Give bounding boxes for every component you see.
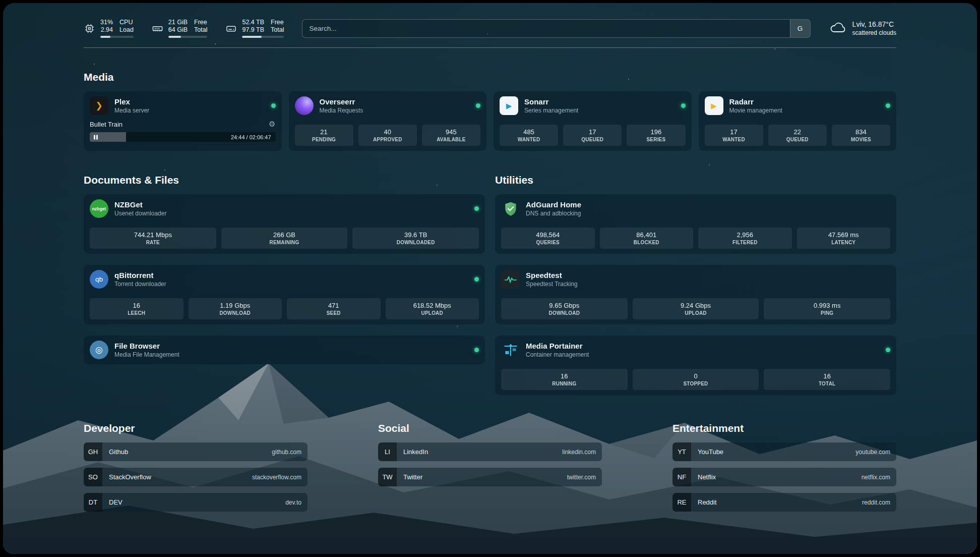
stat-available: 945 AVAILABLE xyxy=(422,125,480,146)
stat-wanted: 17 WANTED xyxy=(705,125,763,146)
stat-upload: 9.24 Gbps UPLOAD xyxy=(633,298,759,319)
stat-queued: 17 QUEUED xyxy=(563,125,622,146)
section-title-utilities: Utilities xyxy=(495,174,896,186)
top-bar: 31% 2.94 CPU Load xyxy=(84,3,896,38)
status-dot xyxy=(886,103,890,108)
disk-total-label: Total xyxy=(271,26,284,34)
cpu-usage-label: CPU xyxy=(119,19,134,26)
section-title-developer: Developer xyxy=(84,422,308,434)
stat-rate: 744.21 Mbps RATE xyxy=(90,228,216,249)
stat-approved: 40 APPROVED xyxy=(358,125,417,146)
search-provider-button[interactable]: G xyxy=(790,20,810,37)
service-card-qbittorrent[interactable]: qb qBittorrent Torrent downloader 16 LEE… xyxy=(84,265,485,324)
memory-total-value: 64 GiB xyxy=(168,26,188,34)
stat-download: 9.65 Gbps DOWNLOAD xyxy=(501,298,628,319)
service-desc: DNS and adblocking xyxy=(526,209,581,217)
bookmark-netflix[interactable]: NF Netflix netflix.com xyxy=(672,468,896,486)
service-name: Media Portainer xyxy=(526,341,589,351)
status-dot xyxy=(476,103,480,108)
memory-progress-track xyxy=(168,36,208,38)
cpu-load-label: Load xyxy=(119,26,134,34)
stat-blocked: 86,401 BLOCKED xyxy=(600,228,694,249)
stat-total: 16 TOTAL xyxy=(764,369,890,390)
status-dot xyxy=(474,206,479,211)
status-dot xyxy=(886,348,890,352)
service-name: Overseerr xyxy=(320,97,363,106)
service-card-adguard[interactable]: AdGuard Home DNS and adblocking 498,564 … xyxy=(495,194,896,254)
stat-stopped: 0 STOPPED xyxy=(633,369,759,390)
memory-free-label: Free xyxy=(194,19,207,26)
cpu-icon xyxy=(84,23,95,34)
netflix-icon: NF xyxy=(672,468,691,486)
memory-icon xyxy=(152,23,163,34)
status-dot xyxy=(271,103,276,108)
status-dot xyxy=(681,103,686,108)
gear-icon[interactable]: ⚙ xyxy=(269,120,275,129)
stat-wanted: 485 WANTED xyxy=(500,125,558,146)
github-icon: GH xyxy=(84,442,102,461)
service-card-portainer[interactable]: Media Portainer Container management 16 … xyxy=(495,336,896,395)
stat-pending: 21 PENDING xyxy=(295,125,353,146)
memory-widget: 21 GiB 64 GiB Free Total xyxy=(152,19,208,38)
media-card-grid: ❯ Plex Media server Bullet Train ⚙ 24:44… xyxy=(84,91,896,151)
bookmark-twitter[interactable]: TW Twitter twitter.com xyxy=(378,468,602,486)
adguard-icon xyxy=(501,199,520,218)
disk-widget: 52.4 TB 97.9 TB Free Total xyxy=(225,19,284,38)
service-card-speedtest[interactable]: Speedtest Speedtest Tracking 9.65 Gbps D… xyxy=(495,265,896,324)
status-dot xyxy=(474,348,479,352)
bookmark-stackoverflow[interactable]: SO StackOverflow stackoverflow.com xyxy=(84,468,308,486)
service-desc: Series management xyxy=(524,106,578,115)
stat-ping: 0.993 ms PING xyxy=(764,298,890,319)
search-input[interactable] xyxy=(302,20,789,37)
portainer-icon xyxy=(501,341,520,359)
stat-upload: 618.52 Mbps UPLOAD xyxy=(386,298,479,319)
service-name: AdGuard Home xyxy=(526,200,581,209)
service-desc: Usenet downloader xyxy=(114,209,166,217)
bookmark-youtube[interactable]: YT YouTube youtube.com xyxy=(672,442,896,461)
documents-column: Documents & Files nzbget NZBGet Usenet d… xyxy=(84,151,485,364)
disk-icon xyxy=(225,23,237,34)
weather-condition: scattered clouds xyxy=(852,29,896,37)
bookmark-reddit[interactable]: RE Reddit reddit.com xyxy=(672,493,896,512)
dev-icon: DT xyxy=(84,493,102,512)
cpu-progress-fill xyxy=(100,36,110,38)
utilities-column: Utilities xyxy=(495,151,896,395)
stat-filtered: 2,956 FILTERED xyxy=(698,228,792,249)
playback-time: 24:44 / 02:06:47 xyxy=(231,134,271,140)
now-playing-title: Bullet Train xyxy=(90,121,122,128)
disk-free-value: 52.4 TB xyxy=(242,19,264,26)
cloud-icon xyxy=(829,20,847,37)
filebrowser-icon: ◎ xyxy=(90,341,108,359)
service-card-radarr[interactable]: ▶ Radarr Movie management 17 WANTED 22 Q… xyxy=(699,91,897,151)
cpu-progress-track xyxy=(100,36,134,38)
disk-progress-fill xyxy=(242,36,261,38)
disk-free-label: Free xyxy=(271,19,284,26)
linkedin-icon: LI xyxy=(378,442,397,461)
bookmark-linkedin[interactable]: LI LinkedIn linkedin.com xyxy=(378,442,602,461)
youtube-icon: YT xyxy=(672,442,691,461)
stat-downloaded: 39.6 TB DOWNLOADED xyxy=(352,228,479,249)
playback-progress-bar[interactable]: 24:44 / 02:06:47 xyxy=(90,132,276,142)
service-card-overseerr[interactable]: Overseerr Media Requests 21 PENDING 40 A… xyxy=(289,91,487,151)
stat-download: 1.19 Gbps DOWNLOAD xyxy=(189,298,282,319)
bookmark-github[interactable]: GH Github github.com xyxy=(84,442,308,461)
service-card-sonarr[interactable]: ▶ Sonarr Series management 485 WANTED 17… xyxy=(494,91,692,151)
service-name: File Browser xyxy=(114,341,179,351)
service-name: qBittorrent xyxy=(114,270,166,280)
stat-remaining: 266 GB REMAINING xyxy=(221,228,348,249)
stat-latency: 47.569 ms LATENCY xyxy=(797,228,891,249)
bookmark-group-entertainment: Entertainment YT YouTube youtube.com NF … xyxy=(672,422,896,518)
service-card-plex[interactable]: ❯ Plex Media server Bullet Train ⚙ 24:44… xyxy=(84,91,282,151)
service-desc: Container management xyxy=(526,351,589,359)
service-card-filebrowser[interactable]: ◎ File Browser Media File Management xyxy=(84,336,485,364)
pause-icon[interactable] xyxy=(94,135,98,139)
section-title-social: Social xyxy=(378,422,602,434)
stat-movies: 834 MOVIES xyxy=(832,125,890,146)
disk-total-value: 97.9 TB xyxy=(242,26,264,34)
stackoverflow-icon: SO xyxy=(84,468,102,486)
status-dot xyxy=(474,277,479,282)
weather-location-temp: Lviv, 16.87°C xyxy=(852,20,896,29)
dashboard-app: 31% 2.94 CPU Load xyxy=(3,3,977,554)
service-card-nzbget[interactable]: nzbget NZBGet Usenet downloader 744.21 M… xyxy=(84,194,485,254)
bookmark-dev[interactable]: DT DEV dev.to xyxy=(84,493,308,512)
